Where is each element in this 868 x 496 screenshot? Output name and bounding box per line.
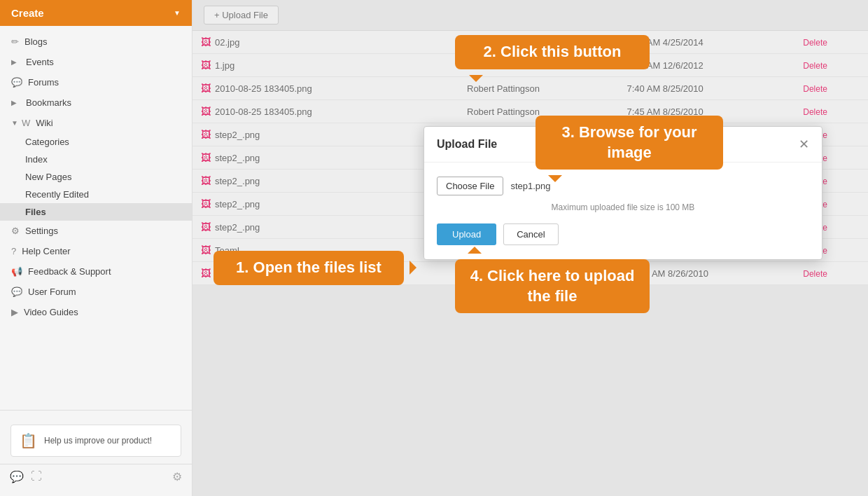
sidebar-item-label: Forums (28, 77, 59, 88)
expand-icon: ▶ (11, 99, 17, 106)
subitem-label: New Pages (25, 172, 71, 182)
create-arrow-icon: ▼ (174, 9, 181, 17)
sidebar-item-label: Help Center (22, 246, 70, 256)
forums-icon: 💬 (11, 77, 22, 88)
sidebar-item-label: Events (26, 57, 54, 67)
expand-icon: ▶ (11, 58, 17, 66)
sidebar-item-events[interactable]: ▶ Events (0, 52, 192, 72)
upload-dialog: Upload File ✕ Choose File step1.png Maxi… (424, 126, 822, 260)
dialog-actions: Upload Cancel (437, 223, 809, 245)
chosen-file-name: step1.png (510, 181, 550, 191)
wiki-icon: W (22, 118, 30, 128)
dialog-close-button[interactable]: ✕ (799, 137, 809, 152)
settings-icon: ⚙ (11, 226, 20, 236)
improve-icon: 📋 (20, 432, 37, 449)
help-icon: ? (11, 246, 16, 256)
max-size-note: Maximum uploaded file size is 100 MB (437, 202, 809, 212)
subitem-label: Recently Edited (25, 189, 89, 200)
sidebar-item-label: Feedback & Support (28, 266, 111, 277)
expand-icon: ▼ (11, 119, 18, 127)
subitem-label: Files (25, 207, 46, 217)
sidebar-item-video-guides[interactable]: ▶ Video Guides (0, 302, 192, 322)
create-label: Create (11, 7, 44, 19)
subitem-label: Index (25, 154, 48, 165)
video-icon: ▶ (11, 307, 18, 317)
expand-icon[interactable]: ⛶ (31, 470, 42, 483)
dialog-body: Choose File step1.png Maximum uploaded f… (424, 163, 822, 259)
sidebar-item-user-forum[interactable]: 💬 User Forum (0, 282, 192, 302)
improve-text: Help us improve our product! (44, 436, 152, 446)
forum-icon: 💬 (11, 287, 22, 297)
sidebar-item-feedback[interactable]: 📢 Feedback & Support (0, 261, 192, 282)
sidebar-item-label: Bookmarks (26, 97, 71, 108)
sidebar-item-label: Settings (25, 226, 58, 236)
sidebar: Create ▼ ✏ Blogs ▶ Events 💬 Forums ▶ Boo… (0, 0, 192, 496)
feedback-icon: 📢 (11, 266, 22, 277)
blogs-icon: ✏ (11, 36, 19, 47)
choose-file-button[interactable]: Choose File (437, 177, 503, 195)
dialog-title: Upload File (437, 138, 497, 151)
upload-submit-button[interactable]: Upload (437, 223, 496, 245)
subitem-label: Categories (25, 137, 69, 147)
nav-items: ✏ Blogs ▶ Events 💬 Forums ▶ Bookmarks ▼ … (0, 26, 192, 410)
sidebar-subitem-files[interactable]: Files (0, 203, 192, 221)
sidebar-item-wiki[interactable]: ▼ W Wiki (0, 113, 192, 133)
sidebar-item-settings[interactable]: ⚙ Settings (0, 221, 192, 241)
sidebar-item-label: Wiki (36, 118, 53, 128)
chat-icon[interactable]: 💬 (10, 470, 24, 483)
sidebar-item-forums[interactable]: 💬 Forums (0, 72, 192, 92)
sidebar-item-label: User Forum (28, 287, 76, 297)
dialog-header: Upload File ✕ (424, 127, 822, 163)
settings-icon[interactable]: ⚙ (172, 470, 182, 483)
sidebar-subitem-new-pages[interactable]: New Pages (0, 168, 192, 186)
sidebar-item-label: Blogs (24, 36, 48, 47)
footer-icons: 💬 ⛶ (10, 470, 42, 483)
sidebar-item-label: Video Guides (24, 307, 78, 317)
sidebar-subitem-categories[interactable]: Categories (0, 133, 192, 151)
sidebar-item-bookmarks[interactable]: ▶ Bookmarks (0, 92, 192, 113)
improve-box[interactable]: 📋 Help us improve our product! (10, 425, 181, 457)
file-input-row: Choose File step1.png (437, 177, 809, 195)
sidebar-item-blogs[interactable]: ✏ Blogs (0, 32, 192, 52)
sidebar-subitem-index[interactable]: Index (0, 151, 192, 168)
create-button[interactable]: Create ▼ (0, 0, 192, 26)
main-content: + Upload File 🖼 02.jpg Lara Green 5:29 A… (192, 0, 868, 496)
sidebar-subitem-recently-edited[interactable]: Recently Edited (0, 186, 192, 203)
sidebar-item-help-center[interactable]: ? Help Center (0, 241, 192, 261)
sidebar-bottom: 📋 Help us improve our product! 💬 ⛶ ⚙ (0, 410, 192, 496)
sidebar-footer: 💬 ⛶ ⚙ (0, 464, 192, 489)
cancel-button[interactable]: Cancel (503, 223, 558, 245)
